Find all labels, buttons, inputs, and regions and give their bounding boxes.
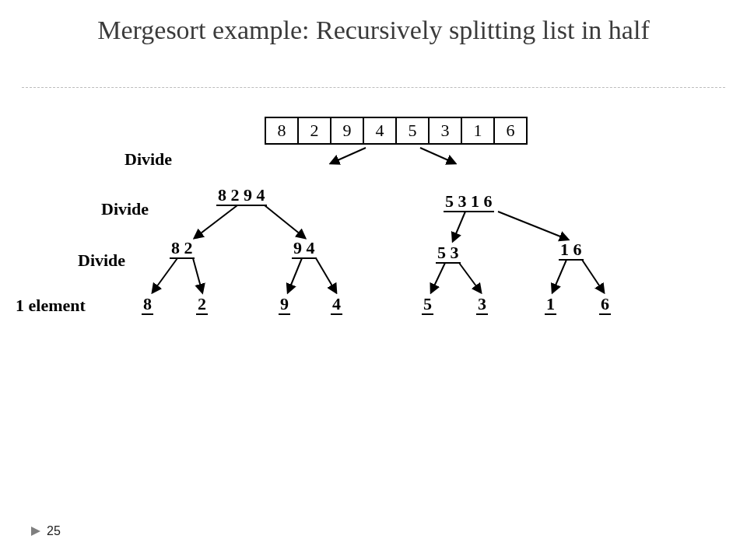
group-8294: 8 2 9 4 [216,185,267,205]
slide-title: Mergesort example: Recursively splitting… [0,14,747,47]
array-original: 8 2 9 4 5 3 1 6 [265,117,528,145]
leaf-1: 1 [545,294,556,314]
group-16: 1 6 [559,240,584,260]
cell-3: 4 [364,118,397,143]
leaf-2: 2 [196,294,208,314]
cell-1: 2 [299,118,331,143]
svg-line-12 [552,260,566,292]
page-number-area: 25 [31,524,61,538]
page-number: 25 [47,524,61,538]
svg-line-2 [195,205,237,238]
svg-line-10 [431,263,445,292]
leaf-6: 6 [599,294,611,314]
svg-line-1 [420,148,455,163]
svg-line-4 [453,212,465,241]
label-1-element: 1 element [16,296,86,316]
leaf-3: 3 [476,294,488,314]
group-94: 9 4 [292,238,317,258]
cell-7: 6 [495,118,526,143]
slide: Mergesort example: Recursively splitting… [0,0,747,560]
label-divide-3: Divide [78,250,125,271]
label-divide-2: Divide [101,199,149,219]
leaf-5: 5 [422,294,433,314]
leaf-9: 9 [279,294,290,314]
cell-2: 9 [331,118,364,143]
title-divider [22,87,725,88]
group-53: 5 3 [436,243,461,263]
cell-6: 1 [462,118,495,143]
svg-marker-14 [31,527,40,536]
svg-line-11 [459,263,481,292]
svg-line-5 [498,212,568,240]
group-82: 8 2 [170,238,195,258]
label-divide-1: Divide [124,149,172,170]
svg-line-6 [153,258,177,292]
leaf-8: 8 [142,294,153,314]
cell-5: 3 [430,118,462,143]
cell-4: 5 [397,118,430,143]
svg-line-8 [288,258,302,292]
svg-line-7 [193,258,202,292]
svg-line-13 [582,260,604,292]
svg-line-3 [265,205,305,238]
arrows-overlay [0,0,747,560]
svg-line-0 [331,148,366,163]
cell-0: 8 [266,118,299,143]
bullet-icon [31,527,42,536]
group-5316: 5 3 1 6 [444,191,494,212]
leaf-4: 4 [331,294,342,314]
svg-line-9 [316,258,336,292]
